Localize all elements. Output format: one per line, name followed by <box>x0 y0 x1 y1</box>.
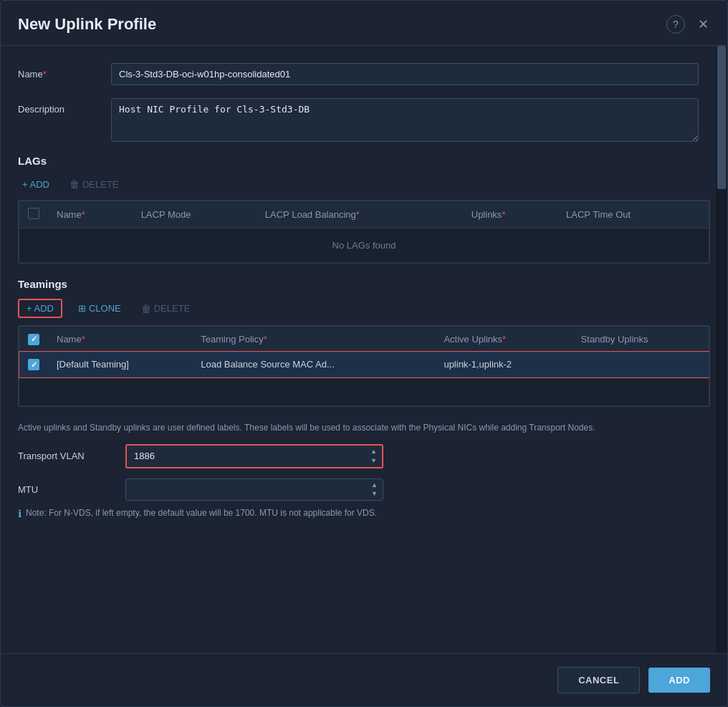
teamings-empty-space <box>19 377 709 406</box>
close-button[interactable]: ✕ <box>696 16 710 32</box>
teamings-table-wrapper: Name* Teaming Policy* Active Uplinks* St… <box>18 325 710 407</box>
dialog-header: New Uplink Profile ? ✕ <box>1 1 727 46</box>
teamings-col-policy: Teaming Policy* <box>192 327 435 352</box>
teamings-row-0-policy: Load Balance Source MAC Ad... <box>192 352 435 377</box>
transport-vlan-up-btn[interactable]: ▲ <box>370 447 378 456</box>
scrollbar-thumb[interactable] <box>717 46 726 189</box>
new-uplink-profile-dialog: New Uplink Profile ? ✕ Name* Description <box>0 0 728 707</box>
close-icon: ✕ <box>698 17 709 32</box>
teamings-col-standby-uplinks: Standby Uplinks <box>573 327 709 352</box>
lags-select-all-checkbox[interactable] <box>28 208 39 219</box>
dialog-header-icons: ? ✕ <box>666 15 710 34</box>
lags-section: LAGs + ADD 🗑 DELETE <box>18 155 710 264</box>
transport-vlan-down-btn[interactable]: ▼ <box>370 456 378 466</box>
lags-toolbar: + ADD 🗑 DELETE <box>18 175 710 193</box>
mtu-label: MTU <box>18 484 125 495</box>
info-icon: ℹ <box>18 508 21 519</box>
mtu-stepper: ▲ ▼ <box>366 479 383 501</box>
teamings-table: Name* Teaming Policy* Active Uplinks* St… <box>19 326 709 406</box>
dialog-body: Name* Description LAGs + ADD 🗑 DELETE <box>1 46 727 653</box>
lags-col-checkbox <box>19 201 49 229</box>
teamings-add-button[interactable]: + ADD <box>18 299 62 318</box>
lags-col-lacp-load-balancing: LACP Load Balancing* <box>257 201 463 229</box>
teamings-row-0-check[interactable] <box>28 359 39 370</box>
teamings-title: Teamings <box>18 278 710 290</box>
lags-col-lacp-mode: LACP Mode <box>133 201 257 229</box>
help-icon: ? <box>673 19 679 30</box>
name-label: Name* <box>18 63 111 80</box>
cancel-button[interactable]: CANCEL <box>557 667 640 693</box>
lags-table: Name* LACP Mode LACP Load Balancing* Upl… <box>19 201 709 263</box>
transport-vlan-input-wrapper: ▲ ▼ <box>125 444 383 468</box>
lags-table-wrapper: Name* LACP Mode LACP Load Balancing* Upl… <box>18 200 710 264</box>
teamings-toolbar: + ADD ⊞ CLONE 🗑 DELETE <box>18 299 710 318</box>
teamings-col-name: Name* <box>48 327 192 352</box>
note-text: Note: For N-VDS, if left empty, the defa… <box>26 508 377 518</box>
description-input[interactable] <box>111 98 699 142</box>
mtu-row: MTU ▲ ▼ <box>18 478 710 501</box>
teamings-select-all-checkbox[interactable] <box>28 334 39 345</box>
teamings-row-0-checkbox[interactable] <box>19 352 49 377</box>
mtu-input[interactable] <box>126 479 366 500</box>
description-field-row: Description <box>18 98 710 142</box>
lags-add-button[interactable]: + ADD <box>18 176 54 193</box>
description-label: Description <box>18 98 111 115</box>
dialog-footer: CANCEL ADD <box>1 653 727 706</box>
teamings-clone-button[interactable]: ⊞ CLONE <box>74 300 125 317</box>
mtu-up-btn[interactable]: ▲ <box>370 481 378 490</box>
transport-vlan-stepper: ▲ ▼ <box>365 446 382 467</box>
teamings-row-0[interactable]: [Default Teaming] Load Balance Source MA… <box>19 352 709 377</box>
lags-col-name: Name* <box>48 201 133 229</box>
lags-col-uplinks: Uplinks* <box>463 201 557 229</box>
name-required: * <box>43 69 47 80</box>
teamings-section: Teamings + ADD ⊞ CLONE 🗑 DELETE <box>18 278 710 407</box>
add-button[interactable]: ADD <box>648 668 710 693</box>
clone-icon: ⊞ <box>78 303 86 314</box>
transport-vlan-label: Transport VLAN <box>18 451 125 461</box>
teamings-col-active-uplinks: Active Uplinks* <box>435 327 572 352</box>
note-row: ℹ Note: For N-VDS, if left empty, the de… <box>18 508 710 519</box>
lags-empty-row: No LAGs found <box>19 229 709 263</box>
dialog-title: New Uplink Profile <box>18 15 156 34</box>
teamings-hint: Active uplinks and Standby uplinks are u… <box>18 421 710 434</box>
mtu-input-wrapper: ▲ ▼ <box>125 478 383 501</box>
transport-vlan-row: Transport VLAN ▲ ▼ <box>18 444 710 468</box>
teamings-row-0-standby-uplinks <box>573 352 709 377</box>
transport-vlan-input[interactable] <box>127 446 365 466</box>
teamings-delete-button[interactable]: 🗑 DELETE <box>137 300 195 317</box>
teamings-row-0-name: [Default Teaming] <box>48 352 192 377</box>
help-button[interactable]: ? <box>666 15 685 34</box>
name-input[interactable] <box>111 63 699 85</box>
trash-icon-2: 🗑 <box>141 303 151 314</box>
lags-delete-button[interactable]: 🗑 DELETE <box>65 175 123 193</box>
name-field-row: Name* <box>18 63 710 85</box>
teamings-col-checkbox <box>19 327 49 352</box>
teamings-row-0-active-uplinks: uplink-1,uplink-2 <box>435 352 572 377</box>
scrollbar-track[interactable] <box>716 46 727 653</box>
mtu-down-btn[interactable]: ▼ <box>370 489 378 499</box>
lags-title: LAGs <box>18 155 710 167</box>
lags-empty-message: No LAGs found <box>19 229 709 263</box>
lags-col-lacp-timeout: LACP Time Out <box>557 201 709 229</box>
trash-icon: 🗑 <box>70 178 80 190</box>
